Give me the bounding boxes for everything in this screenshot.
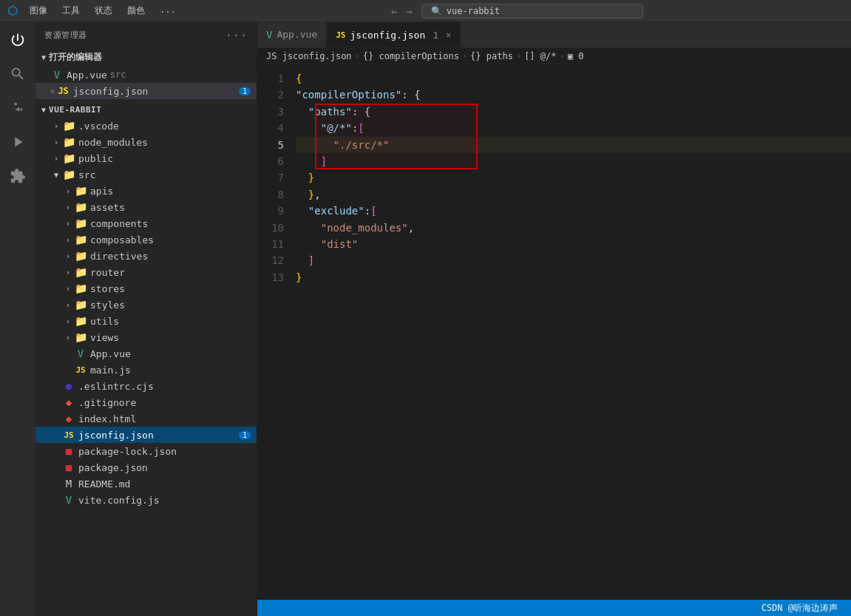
tree-item[interactable]: ■package-lock.json: [35, 443, 257, 459]
tree-item[interactable]: ■package.json: [35, 459, 257, 475]
line-number: 2: [257, 87, 284, 103]
tree-item[interactable]: JSmain.js: [35, 362, 257, 378]
tree-item-name: package-lock.json: [78, 446, 177, 457]
git-icon[interactable]: [4, 95, 31, 121]
tree-item[interactable]: ›📁components: [35, 215, 257, 231]
tree-item[interactable]: ›📁node_modules: [35, 134, 257, 150]
tree-item[interactable]: ›📁directives: [35, 248, 257, 264]
nav-forward-button[interactable]: →: [403, 4, 415, 18]
breadcrumb-compiler[interactable]: {} compilerOptions: [363, 51, 459, 61]
tree-item[interactable]: ›📁apis: [35, 183, 257, 199]
code-line: }: [296, 269, 851, 285]
chevron-icon: ›: [62, 236, 74, 244]
code-line: "node_modules",: [296, 220, 851, 236]
tree-item[interactable]: ›📁utils: [35, 313, 257, 329]
open-editor-jsconfig-name: jsconfig.json: [73, 86, 149, 97]
code-editor: 12345678910111213 {"compilerOptions": { …: [257, 64, 851, 600]
open-editors-section[interactable]: ▼ 打开的编辑器: [35, 48, 257, 67]
menu-color[interactable]: 颜色: [121, 3, 151, 18]
sidebar-options-button[interactable]: ···: [226, 28, 248, 42]
line-number: 4: [257, 120, 284, 136]
tree-item[interactable]: ▼📁src: [35, 166, 257, 183]
folder-icon: 📁: [74, 185, 87, 197]
breadcrumb-zero[interactable]: ▣ 0: [568, 51, 584, 61]
tab-app-vue[interactable]: V App.vue: [257, 22, 327, 47]
tree-item[interactable]: ›📁styles: [35, 297, 257, 313]
code-line: {: [296, 70, 851, 87]
activity-bar: [0, 22, 35, 616]
tab-modified-badge: 1: [433, 30, 438, 41]
tree-item[interactable]: ›📁router: [35, 264, 257, 280]
open-editor-jsconfig[interactable]: ✕ JS jsconfig.json 1: [35, 83, 257, 99]
tree-item[interactable]: Vvite.config.js: [35, 492, 257, 508]
breadcrumb-file[interactable]: JS jsconfig.json: [266, 51, 352, 61]
open-editors-chevron: ▼: [41, 53, 46, 61]
tree-item[interactable]: ›📁composables: [35, 231, 257, 248]
breadcrumb-sep-1: ›: [355, 51, 360, 61]
chevron-icon: ›: [62, 301, 74, 309]
tree-item-name: src: [78, 169, 95, 180]
extensions-icon[interactable]: [4, 163, 31, 189]
explorer-icon[interactable]: [4, 27, 31, 53]
folder-icon: 📁: [62, 136, 75, 148]
breadcrumb-paths[interactable]: {} paths: [470, 51, 513, 61]
tab-close-button[interactable]: ✕: [446, 30, 451, 40]
tree-item[interactable]: VApp.vue: [35, 345, 257, 362]
sidebar-content: ▼ 打开的编辑器 V App.vue src ✕ JS jsconfig.jso…: [35, 48, 257, 616]
tree-item[interactable]: ›📁stores: [35, 280, 257, 297]
menu-image[interactable]: 图像: [24, 3, 53, 18]
tree-item[interactable]: ›📁views: [35, 329, 257, 345]
nav-arrows: ← →: [388, 4, 416, 18]
tab-jsconfig[interactable]: JS jsconfig.json 1 ✕: [327, 22, 461, 47]
open-editor-appvue-name: App.vue: [67, 70, 107, 81]
search-bar[interactable]: 🔍 vue-rabbit: [421, 4, 643, 18]
tree-item-name: main.js: [90, 365, 131, 376]
tree-item[interactable]: MREADME.md: [35, 475, 257, 492]
git-icon: ◆: [62, 396, 75, 408]
html-icon: ◆: [62, 413, 75, 424]
search-text: vue-rabbit: [447, 6, 500, 16]
line-number: 6: [257, 153, 284, 169]
code-content[interactable]: {"compilerOptions": { "paths": { "@/*": …: [293, 70, 851, 600]
search-activity-icon[interactable]: [4, 61, 31, 87]
tree-item-name: components: [90, 218, 148, 229]
tree-item[interactable]: ◆index.html: [35, 410, 257, 427]
project-section[interactable]: ▼ VUE-RABBIT: [35, 102, 257, 118]
open-editors-label: 打开的编辑器: [49, 51, 102, 64]
tree-item-name: public: [78, 153, 113, 164]
breadcrumb-atslash[interactable]: [] @/*: [524, 51, 556, 61]
tree-item-name: router: [90, 267, 125, 278]
nav-back-button[interactable]: ←: [388, 4, 400, 18]
menu-tools[interactable]: 工具: [56, 3, 86, 18]
folder-icon: 📁: [74, 250, 87, 262]
breadcrumb-sep-4: ›: [560, 51, 565, 61]
tree-item[interactable]: ›📁public: [35, 150, 257, 166]
tab-vue-icon: V: [266, 29, 272, 41]
menu-status[interactable]: 状态: [89, 3, 118, 18]
tree-item[interactable]: JSjsconfig.json1: [35, 427, 257, 443]
code-line: ]: [296, 252, 851, 268]
run-icon[interactable]: [4, 129, 31, 155]
tree-item[interactable]: ●.eslintrc.cjs: [35, 378, 257, 394]
js-icon: JS: [62, 430, 75, 440]
breadcrumb-sep-3: ›: [516, 51, 521, 61]
tree-item-name: apis: [90, 186, 113, 197]
tree-item[interactable]: ◆.gitignore: [35, 394, 257, 410]
line-number: 9: [257, 203, 284, 219]
titlebar: ⬡ 图像 工具 状态 颜色 ... ← → 🔍 vue-rabbit: [0, 0, 851, 22]
chevron-icon: ›: [50, 138, 62, 146]
chevron-icon: ›: [62, 285, 74, 293]
folder-icon: 📁: [74, 234, 87, 246]
project-name: VUE-RABBIT: [49, 105, 101, 115]
folder-icon: 📁: [74, 217, 87, 229]
status-bar: CSDN @听海边涛声: [257, 600, 851, 616]
sidebar: 资源管理器 ··· ▼ 打开的编辑器 V App.vue src ✕ JS js…: [35, 22, 257, 616]
close-icon[interactable]: ✕: [50, 87, 55, 96]
tree-item[interactable]: ›📁assets: [35, 199, 257, 215]
menu-more[interactable]: ...: [154, 3, 182, 18]
folder-icon: 📁: [74, 299, 87, 311]
open-editor-app-vue[interactable]: V App.vue src: [35, 67, 257, 83]
tree-item[interactable]: ›📁.vscode: [35, 118, 257, 134]
tab-appvue-label: App.vue: [277, 29, 317, 40]
npm-icon: ■: [62, 445, 75, 457]
